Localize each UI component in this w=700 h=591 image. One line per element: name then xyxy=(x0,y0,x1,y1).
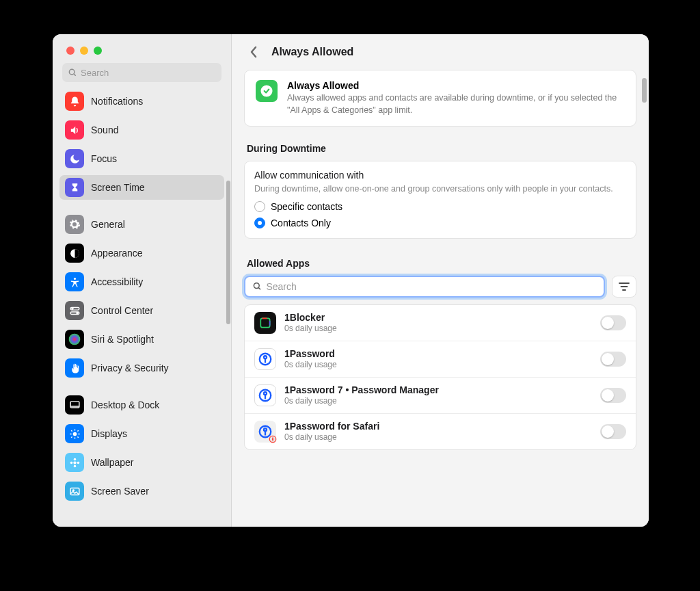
chevron-left-icon xyxy=(250,46,258,58)
app-usage: 0s daily usage xyxy=(284,360,337,369)
siri-icon xyxy=(65,330,84,349)
sidebar-item-label: Accessibility xyxy=(91,276,143,287)
radio-label: Contacts Only xyxy=(271,218,331,228)
svg-point-28 xyxy=(254,283,259,289)
radio-specific-contacts[interactable]: Specific contacts xyxy=(254,201,626,212)
app-toggle[interactable] xyxy=(600,388,626,403)
sidebar-search[interactable] xyxy=(62,63,221,82)
hero-title: Always Allowed xyxy=(287,80,625,91)
svg-point-3 xyxy=(73,277,75,279)
svg-point-21 xyxy=(73,458,76,460)
radio-contacts-only[interactable]: Contacts Only xyxy=(254,218,626,228)
hand-icon xyxy=(65,358,84,378)
search-icon xyxy=(252,281,262,291)
svg-line-18 xyxy=(71,436,72,437)
sidebar-item-notifications[interactable]: Notifications xyxy=(59,89,224,114)
downtime-panel: Allow communication with During downtime… xyxy=(244,161,636,239)
sidebar-item-label: Focus xyxy=(91,153,117,164)
app-toggle[interactable] xyxy=(600,315,626,330)
app-usage: 0s daily usage xyxy=(284,396,439,406)
app-usage: 0s daily usage xyxy=(284,324,337,333)
sidebar-item-screen-time[interactable]: Screen Time xyxy=(59,175,224,200)
app-row: 1Password0s daily usage xyxy=(245,341,636,378)
allowed-apps-search[interactable] xyxy=(244,276,605,298)
svg-rect-35 xyxy=(260,318,269,327)
shield-check-icon xyxy=(256,80,278,102)
contrast-icon xyxy=(65,244,84,263)
bell-icon xyxy=(65,92,84,111)
app-row: 1Password 7 • Password Manager0s daily u… xyxy=(245,378,636,414)
sidebar-item-general[interactable]: General xyxy=(59,212,224,237)
radio-icon xyxy=(254,201,265,212)
svg-line-19 xyxy=(77,430,78,431)
allowed-apps-list: 1Blocker0s daily usage1Password0s daily … xyxy=(244,304,636,450)
sidebar-item-label: Wallpaper xyxy=(91,457,134,468)
svg-point-43 xyxy=(264,428,267,431)
sidebar-nav: NotificationsSoundFocusScreen TimeGenera… xyxy=(53,89,231,527)
sidebar-item-accessibility[interactable]: Accessibility xyxy=(59,270,224,294)
sidebar-item-focus[interactable]: Focus xyxy=(59,146,224,171)
sidebar-item-desktop-dock[interactable]: Desktop & Dock xyxy=(59,393,224,417)
main-content: Always Allowed Always allowed apps and c… xyxy=(232,70,649,527)
svg-point-24 xyxy=(77,461,79,464)
app-icon xyxy=(254,312,276,334)
sidebar-item-appearance[interactable]: Appearance xyxy=(59,241,224,265)
flower-icon xyxy=(65,453,84,472)
svg-line-16 xyxy=(71,430,72,431)
sidebar-item-wallpaper[interactable]: Wallpaper xyxy=(59,450,224,475)
hero-desc: Always allowed apps and contacts are ava… xyxy=(287,92,625,116)
svg-line-29 xyxy=(258,288,260,290)
sidebar-item-label: Sound xyxy=(91,124,118,135)
svg-point-0 xyxy=(69,69,75,75)
app-name: 1Password xyxy=(284,348,337,359)
svg-line-17 xyxy=(77,436,78,437)
svg-rect-33 xyxy=(260,318,269,327)
svg-point-23 xyxy=(70,461,72,464)
sun-icon xyxy=(65,424,84,443)
app-row: 1Blocker0s daily usage xyxy=(245,305,636,341)
app-toggle[interactable] xyxy=(600,424,626,439)
search-icon xyxy=(68,68,77,77)
svg-point-5 xyxy=(71,308,72,309)
close-window-button[interactable] xyxy=(66,47,75,55)
allowed-apps-search-input[interactable] xyxy=(266,281,597,292)
sidebar-search-input[interactable] xyxy=(81,68,216,78)
filter-button[interactable] xyxy=(612,276,636,298)
minimize-window-button[interactable] xyxy=(80,47,88,55)
radio-label: Specific contacts xyxy=(271,201,342,212)
sidebar-item-label: Appearance xyxy=(91,248,143,259)
svg-rect-9 xyxy=(70,401,79,407)
dock-icon xyxy=(65,395,84,415)
sidebar-item-label: Screen Saver xyxy=(91,486,149,497)
back-button[interactable] xyxy=(245,44,262,60)
moon-icon xyxy=(65,149,84,168)
sidebar: NotificationsSoundFocusScreen TimeGenera… xyxy=(53,34,232,527)
sidebar-item-screen-saver[interactable]: Screen Saver xyxy=(59,479,224,503)
main-scrollbar[interactable] xyxy=(642,78,647,103)
settings-window: NotificationsSoundFocusScreen TimeGenera… xyxy=(53,34,649,527)
sidebar-item-privacy-security[interactable]: Privacy & Security xyxy=(59,356,224,380)
main-pane: Always Allowed Always Allowed Always all… xyxy=(232,34,649,527)
sidebar-item-label: General xyxy=(91,219,125,230)
sidebar-item-control-center[interactable]: Control Center xyxy=(59,298,224,323)
fullscreen-window-button[interactable] xyxy=(94,47,102,55)
sidebar-item-label: Privacy & Security xyxy=(91,363,169,373)
sidebar-item-displays[interactable]: Displays xyxy=(59,421,224,446)
sidebar-item-label: Notifications xyxy=(91,96,143,107)
svg-point-8 xyxy=(69,334,81,345)
sidebar-item-sound[interactable]: Sound xyxy=(59,118,224,142)
svg-point-37 xyxy=(264,356,267,358)
app-name: 1Password 7 • Password Manager xyxy=(284,384,439,395)
sidebar-item-label: Siri & Spotlight xyxy=(91,334,154,345)
hourglass-icon xyxy=(65,178,84,197)
sidebar-item-label: Displays xyxy=(91,428,127,439)
sidebar-scrollbar[interactable] xyxy=(226,181,230,324)
svg-point-22 xyxy=(73,464,76,467)
sidebar-item-label: Control Center xyxy=(91,305,153,316)
switches-icon xyxy=(65,301,84,320)
sidebar-item-siri-spotlight[interactable]: Siri & Spotlight xyxy=(59,327,224,352)
speaker-icon xyxy=(65,120,84,140)
photo-icon xyxy=(65,482,84,501)
svg-point-11 xyxy=(72,432,77,436)
app-toggle[interactable] xyxy=(600,352,626,367)
